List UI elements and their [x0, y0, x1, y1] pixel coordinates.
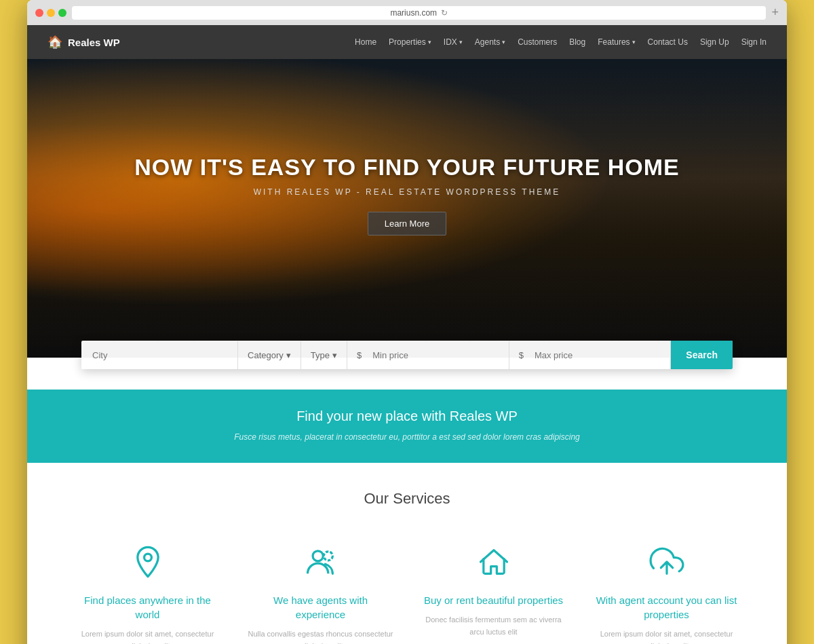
maximize-button[interactable] — [58, 9, 66, 17]
service-agent-account-desc: Lorem ipsum dolor sit amet, consectetur … — [594, 628, 739, 644]
nav-properties[interactable]: Properties — [389, 37, 431, 47]
service-agent-account: With agent account you can list properti… — [587, 535, 746, 644]
teal-banner: Find your new place with Reales WP Fusce… — [27, 390, 787, 463]
type-label: Type — [311, 350, 330, 360]
min-price-group: $ — [347, 341, 509, 369]
svg-point-2 — [324, 552, 332, 561]
max-price-group: $ — [509, 341, 672, 369]
minimize-button[interactable] — [47, 9, 55, 17]
refresh-icon[interactable]: ↻ — [441, 8, 448, 18]
banner-subtitle: Fusce risus metus, placerat in consectet… — [41, 431, 773, 444]
hero-content: NOW IT'S EASY TO FIND YOUR FUTURE HOME W… — [121, 154, 693, 235]
svg-point-0 — [144, 554, 151, 561]
min-price-symbol: $ — [347, 341, 367, 369]
nav-agents[interactable]: Agents — [475, 37, 505, 47]
nav-signup[interactable]: Sign Up — [700, 37, 729, 47]
house-icon — [473, 542, 514, 582]
min-price-input[interactable] — [367, 341, 508, 369]
type-dropdown-arrow: ▾ — [332, 350, 337, 360]
close-button[interactable] — [35, 9, 43, 17]
service-buy-rent-desc: Donec facilisis fermentum sem ac viverra… — [421, 614, 566, 638]
cloud-upload-svg — [649, 544, 684, 580]
nav-customers[interactable]: Customers — [518, 37, 557, 47]
nav-home[interactable]: Home — [355, 37, 376, 47]
nav-logo-text: Reales WP — [68, 37, 120, 48]
nav-idx[interactable]: IDX — [444, 37, 463, 47]
home-icon: 🏠 — [47, 35, 62, 50]
service-agents: We have agents with experience Nulla con… — [241, 535, 400, 644]
hero-cta-button[interactable]: Learn More — [368, 212, 446, 235]
house-svg — [476, 544, 511, 580]
browser-chrome: mariusn.com ↻ + — [27, 0, 787, 25]
traffic-lights — [35, 9, 66, 17]
service-find-places-name: Find places anywhere in the world — [75, 593, 220, 622]
location-pin-icon — [128, 542, 168, 582]
services-section: Our Services Find places anywhere in the… — [27, 463, 787, 644]
category-dropdown-arrow: ▾ — [286, 350, 291, 360]
nav-blog[interactable]: Blog — [569, 37, 585, 47]
service-find-places-desc: Lorem ipsum dolor sit amet, consectetur … — [75, 628, 220, 644]
browser-window: mariusn.com ↻ + 🏠 Reales WP Home Propert… — [27, 0, 787, 644]
max-price-input[interactable] — [529, 341, 670, 369]
hero-section: NOW IT'S EASY TO FIND YOUR FUTURE HOME W… — [27, 59, 787, 358]
nav-logo[interactable]: 🏠 Reales WP — [47, 35, 120, 50]
service-buy-rent-name: Buy or rent beautiful properties — [421, 593, 566, 607]
service-find-places: Find places anywhere in the world Lorem … — [68, 535, 227, 644]
type-select[interactable]: Type ▾ — [301, 341, 347, 369]
banner-title: Find your new place with Reales WP — [41, 409, 773, 424]
hero-title: NOW IT'S EASY TO FIND YOUR FUTURE HOME — [134, 154, 680, 181]
service-agent-account-name: With agent account you can list properti… — [594, 593, 739, 622]
nav-features[interactable]: Features — [598, 37, 635, 47]
service-agents-desc: Nulla convallis egestas rhoncus consecte… — [248, 628, 393, 644]
max-price-symbol: $ — [509, 341, 529, 369]
category-select[interactable]: Category ▾ — [238, 341, 301, 369]
service-buy-rent: Buy or rent beautiful properties Donec f… — [414, 535, 573, 644]
address-bar[interactable]: mariusn.com ↻ — [72, 6, 766, 20]
url-text: mariusn.com — [390, 8, 437, 18]
services-grid: Find places anywhere in the world Lorem … — [68, 535, 746, 644]
person-icon — [301, 542, 341, 582]
site-wrapper: 🏠 Reales WP Home Properties IDX Agents C… — [27, 25, 787, 644]
svg-point-1 — [313, 551, 323, 561]
location-pin-svg — [130, 544, 166, 580]
search-button[interactable]: Search — [671, 341, 733, 369]
new-tab-button[interactable]: + — [771, 5, 779, 20]
nav-signin[interactable]: Sign In — [741, 37, 767, 47]
services-title: Our Services — [68, 490, 746, 508]
city-input[interactable] — [81, 341, 238, 369]
category-label: Category — [248, 350, 284, 360]
search-bar: Category ▾ Type ▾ $ $ Search — [81, 341, 733, 369]
navbar: 🏠 Reales WP Home Properties IDX Agents C… — [27, 25, 787, 59]
hero-subtitle: WITH REALES WP - REAL ESTATE WORDPRESS T… — [134, 187, 680, 197]
nav-links: Home Properties IDX Agents Customers Blo… — [355, 37, 767, 47]
person-svg — [303, 544, 338, 580]
service-agents-name: We have agents with experience — [248, 593, 393, 622]
nav-contact[interactable]: Contact Us — [648, 37, 688, 47]
cloud-upload-icon — [646, 542, 687, 582]
